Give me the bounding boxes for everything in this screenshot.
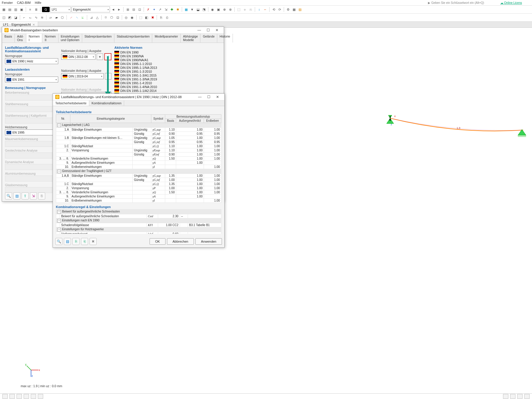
tb-icon[interactable]: ▰ [54,15,59,20]
close-button[interactable]: ✕ [213,28,221,32]
tb-icon[interactable]: ▥ [13,7,18,12]
tb-icon[interactable]: ⟲ [271,7,276,12]
tb-icon[interactable]: ▨ [297,7,303,12]
menu-fenster[interactable]: Fenster [2,1,13,4]
tb-icon[interactable]: ✦ [151,7,157,12]
tb-icon[interactable]: ⊡ [115,15,120,20]
tb-g-button[interactable]: G [42,7,50,12]
tb-icon[interactable]: ⌑ [103,15,108,20]
tb-gear-icon[interactable]: ⚙ [286,7,291,12]
tb-icon[interactable]: ∿ [33,15,39,20]
keyword-hint[interactable]: ▶ Geben Sie ein Schlüsselwort ein (Alt+Q… [428,1,488,4]
tb-icon[interactable]: ◎ [124,15,129,20]
tb-icon[interactable]: ⟳ [277,7,282,12]
dialog-modell-basisangaben: Modell-Basisangaben bearbeiten — ☐ ✕ Bas… [2,27,224,37]
tb-icon[interactable]: ◩ [7,15,12,20]
tb-icon[interactable]: ✗ [145,7,151,12]
tb-icon[interactable]: ⬚ [138,15,143,20]
tb-icon[interactable]: △ [95,15,100,20]
tb-icon[interactable]: ⊟ [131,7,136,12]
menu-bar: Fenster CAD-BIM Hilfe ▶ Geben Sie ein Sc… [0,0,532,6]
dlg1-tab[interactable]: Basis [2,34,15,37]
tb-icon[interactable]: ▦ [291,7,297,12]
tb-icon[interactable]: ⟐ [242,7,247,12]
dlg1-tab[interactable]: Einstellungen und Optionen [59,34,82,37]
toolbar-row-2: ◫ ◩ ◪ ⌐ ⌙ ∿ ≋ ▱ ▰ ⬡ ⟋ ⟍ ⟀ ⊿ △ ⌑ ⎔ ⊡ ◎ ◉ … [0,14,532,22]
tb-icon[interactable]: ≡ [27,7,33,12]
tb-icon[interactable]: ↗ [157,7,163,12]
tb-icon[interactable]: ✚ [169,7,174,12]
tb-prev-icon[interactable]: ◄ [111,7,116,12]
tb-icon[interactable]: ⎘ [158,15,164,20]
dlg1-tab[interactable]: Add-Ons [15,34,26,37]
tb-icon[interactable]: ◉ [129,15,135,20]
tb-icon[interactable]: ⊿ [89,15,94,20]
dialog-icon [4,28,9,32]
tb-icon[interactable]: ≣ [33,7,39,12]
dialog-title: Modell-Basisangaben bearbeiten [10,28,195,32]
minimize-button[interactable]: — [195,28,204,32]
tb-icon[interactable]: ▤ [7,7,12,12]
dlg1-tab[interactable]: Stabrepräsentanten [82,34,114,37]
tb-icon[interactable]: ⬚ [236,7,241,12]
dlg1-tab[interactable]: Modellparameter [152,34,181,37]
lf-name-combo[interactable]: Eigengewicht [72,7,110,12]
tb-delete-icon[interactable]: ✖ [150,15,155,20]
dlg1-tab[interactable]: Normen II [42,34,58,37]
toolbar-row-1: ▦ ▤ ▥ ▣ ≡ ≣ G LF1 Eigengewicht ◄ ► ⊞ ⊟ ⊡… [0,6,532,14]
tb-icon[interactable]: ◫ [1,15,7,20]
tb-icon[interactable]: ▣ [216,7,221,12]
close-tab-icon[interactable]: ✕ [33,23,35,26]
tb-icon[interactable]: ⟋ [68,15,74,20]
tb-icon[interactable]: ▱ [48,15,53,20]
tb-icon[interactable]: ⊗ [228,7,233,12]
tb-icon[interactable]: ⌙ [27,15,33,20]
tb-icon[interactable]: ⊕ [222,7,227,12]
online-license-link[interactable]: ☁ Online Licens [500,1,526,4]
dlg1-tab[interactable]: Abhängige Modelle [181,34,200,37]
tb-icon[interactable]: ◧ [144,15,149,20]
dlg1-tab[interactable]: Stabsatzrepräsentanten [114,34,153,37]
tb-icon[interactable]: ▦ [184,7,189,12]
dlg1-tab[interactable]: Normen I [26,34,42,37]
tb-icon[interactable]: ↕ [257,7,262,12]
tb-icon[interactable]: ▣ [19,7,24,12]
menu-hilfe[interactable]: Hilfe [35,1,41,4]
lf-code-combo[interactable]: LF1 [50,7,71,12]
tb-icon[interactable]: ↔ [262,7,268,12]
tb-icon[interactable]: ⊞ [125,7,130,12]
dlg1-tab[interactable]: Gelände [200,34,217,37]
tb-icon[interactable]: ⟍ [74,15,80,20]
tb-icon[interactable]: ◉ [210,7,215,12]
maximize-button[interactable]: ☐ [204,28,213,32]
tb-icon[interactable]: ⊡ [137,7,142,12]
tb-icon[interactable]: ⎔ [109,15,114,20]
tb-icon[interactable]: ⬡ [60,15,65,20]
tb-icon[interactable]: ≋ [39,15,45,20]
dlg1-tab[interactable]: Historie [217,34,233,37]
menu-cadbim[interactable]: CAD-BIM [17,1,30,4]
tb-icon[interactable]: ⬓ [195,7,201,12]
tb-icon[interactable]: ▼ [189,7,195,12]
tb-icon[interactable]: ⏍ [248,7,253,12]
tb-icon[interactable]: ▦ [1,7,7,12]
tb-icon[interactable]: ◪ [13,15,18,20]
tb-icon[interactable]: ⇲ [163,7,168,12]
tb-icon[interactable]: ⬔ [201,7,207,12]
tb-icon[interactable]: ⟀ [80,15,85,20]
tb-icon[interactable]: ✱ [175,7,180,12]
dialog-tabs: BasisAdd-OnsNormen INormen IIEinstellung… [2,34,224,37]
tb-icon[interactable]: ⌐ [22,15,27,20]
tb-next-icon[interactable]: ► [116,7,122,12]
tb-icon[interactable]: ⎙ [164,15,170,20]
